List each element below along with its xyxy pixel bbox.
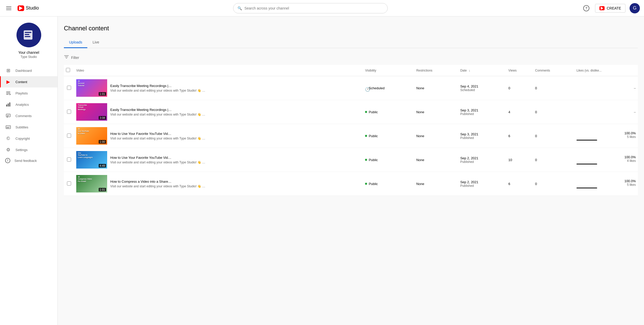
filter-label[interactable]: Filter bbox=[71, 56, 79, 60]
video-cell-inner: 30 Compress Video For Email 1:01 How to … bbox=[76, 175, 361, 192]
visibility-inner: Public bbox=[365, 134, 412, 138]
visibility-inner: Public bbox=[365, 182, 412, 186]
visibility-label: Public bbox=[369, 158, 378, 162]
svg-rect-6 bbox=[6, 94, 9, 95]
row-checkbox-cell bbox=[64, 124, 74, 148]
help-icon: ? bbox=[583, 5, 589, 11]
likes-bar-wrap bbox=[577, 140, 597, 140]
th-select-all[interactable] bbox=[64, 65, 74, 76]
page-title: Channel content bbox=[64, 25, 638, 32]
thumb-duration: 1:01 bbox=[99, 188, 106, 191]
video-title[interactable]: How to Compress a Video into a Share… bbox=[110, 180, 361, 183]
video-desc: Visit our website and start editing your… bbox=[110, 113, 361, 116]
public-dot bbox=[365, 183, 367, 185]
select-all-checkbox[interactable] bbox=[66, 68, 70, 72]
sidebar-item-feedback[interactable]: ! Send feedback bbox=[0, 155, 57, 166]
table-row: 30 Compress Video For Email 1:01 How to … bbox=[64, 172, 638, 196]
th-date[interactable]: Date ↓ bbox=[458, 65, 506, 76]
comments-cell: 0 bbox=[533, 172, 574, 196]
tab-live[interactable]: Live bbox=[87, 37, 104, 48]
date-sub: Published bbox=[460, 160, 504, 164]
svg-rect-1 bbox=[25, 32, 31, 33]
svg-rect-15 bbox=[6, 127, 10, 127]
thumbnail: Transcribe Virtual Meetings 3:08 bbox=[76, 103, 107, 121]
thumbnail-wrap[interactable]: 30 Second Tutorial 1:01 bbox=[76, 79, 107, 97]
table-row: Transcribe Virtual Meetings 3:08 Easily … bbox=[64, 100, 638, 124]
sidebar-item-copyright[interactable]: © Copyright bbox=[0, 133, 57, 144]
thumbnail-wrap[interactable]: 30 Use YouTube to Learn 1:00 bbox=[76, 127, 107, 145]
sidebar-item-analytics[interactable]: Analytics bbox=[0, 99, 57, 110]
row-checkbox-4[interactable] bbox=[67, 181, 71, 186]
th-visibility: Visibility bbox=[363, 65, 414, 76]
row-checkbox-0[interactable] bbox=[67, 86, 71, 90]
logo[interactable]: Studio bbox=[18, 5, 39, 11]
visibility-inner: 🕐 Scheduled bbox=[365, 86, 412, 90]
search-bar: 🔍 bbox=[233, 3, 388, 13]
channel-name: Your channel bbox=[18, 50, 39, 55]
clock-icon: 🕐 bbox=[365, 87, 367, 89]
video-cell-inner: 30 Second Tutorial 1:01 Easily Transcrib… bbox=[76, 79, 361, 97]
comments-cell: 0 bbox=[533, 100, 574, 124]
help-button[interactable]: ? bbox=[582, 4, 591, 13]
thumb-sublabel2: to Learn bbox=[78, 133, 85, 135]
likes-cell: 100.0% 4 likes bbox=[574, 148, 638, 172]
thumb-duration: 4:49 bbox=[99, 164, 106, 168]
thumbnail-wrap[interactable]: Transcribe Virtual Meetings 3:08 bbox=[76, 103, 107, 121]
thumb-sublabel: YouTube to bbox=[78, 154, 87, 156]
date-sub: Published bbox=[460, 112, 504, 116]
video-desc: Visit our website and start editing your… bbox=[110, 185, 361, 188]
search-input[interactable] bbox=[244, 6, 383, 10]
date-cell: Sep 2, 2021 Published bbox=[458, 172, 506, 196]
likes-bar bbox=[577, 188, 597, 188]
sidebar-label-dashboard: Dashboard bbox=[15, 69, 32, 73]
avatar-button[interactable]: G bbox=[630, 3, 640, 13]
hamburger-menu[interactable] bbox=[4, 4, 13, 12]
thumbnail-wrap[interactable]: 30 Compress Video For Email 1:01 bbox=[76, 175, 107, 192]
likes-bar-wrap bbox=[577, 188, 597, 188]
video-title[interactable]: Easily Transcribe Meeting Recordings |… bbox=[110, 84, 361, 88]
row-checkbox-cell bbox=[64, 100, 74, 124]
create-button[interactable]: CREATE bbox=[595, 4, 625, 13]
sidebar-item-content[interactable]: ▶ Content bbox=[0, 76, 57, 87]
visibility-label: Public bbox=[369, 110, 378, 114]
sidebar-item-dashboard[interactable]: ⊞ Dashboard bbox=[0, 65, 57, 76]
tab-uploads[interactable]: Uploads bbox=[64, 37, 87, 48]
row-checkbox-cell bbox=[64, 148, 74, 172]
video-title[interactable]: How to Use Your Favorite YouTube Vid… bbox=[110, 156, 361, 160]
video-title[interactable]: Easily Transcribe Meeting Recordings |… bbox=[110, 108, 361, 112]
sidebar-label-feedback: Send feedback bbox=[14, 159, 37, 163]
svg-rect-4 bbox=[6, 92, 10, 92]
thumb-sublabel: Second bbox=[78, 82, 84, 84]
visibility-cell: Public bbox=[363, 172, 414, 196]
row-checkbox-cell bbox=[64, 172, 74, 196]
thumbnail: 30 Second Tutorial 1:01 bbox=[76, 79, 107, 97]
video-cell: 30 Use YouTube to Learn 1:00 How to Use … bbox=[74, 124, 363, 148]
video-title[interactable]: How to Use Your Favorite YouTube Vid… bbox=[110, 132, 361, 136]
video-cell: Transcribe Virtual Meetings 3:08 Easily … bbox=[74, 100, 363, 124]
likes-pct: 100.0% bbox=[577, 179, 636, 183]
row-checkbox-1[interactable] bbox=[67, 110, 71, 114]
svg-rect-10 bbox=[9, 102, 10, 107]
visibility-label: Scheduled bbox=[369, 86, 384, 90]
content-icon: ▶ bbox=[5, 79, 11, 85]
search-icon: 🔍 bbox=[238, 6, 242, 10]
date-main: Sep 3, 2021 bbox=[460, 132, 504, 136]
table-row: 30 Use YouTube to Learn 1:00 How to Use … bbox=[64, 124, 638, 148]
sidebar-item-subtitles[interactable]: Subtitles bbox=[0, 121, 57, 133]
likes-count: 5 likes bbox=[577, 135, 636, 139]
row-checkbox-2[interactable] bbox=[67, 134, 71, 138]
date-sub: Published bbox=[460, 184, 504, 188]
sidebar-item-playlists[interactable]: Playlists bbox=[0, 87, 57, 99]
sidebar-item-comments[interactable]: Comments bbox=[0, 110, 57, 121]
thumbnail: Use YouTube to Learn Languages 4:49 bbox=[76, 151, 107, 169]
row-checkbox-3[interactable] bbox=[67, 157, 71, 162]
thumbnail-wrap[interactable]: Use YouTube to Learn Languages 4:49 bbox=[76, 151, 107, 169]
table-row: Use YouTube to Learn Languages 4:49 How … bbox=[64, 148, 638, 172]
th-restrictions: Restrictions bbox=[414, 65, 458, 76]
views-cell: 6 bbox=[506, 124, 533, 148]
sidebar-item-settings[interactable]: ⚙ Settings bbox=[0, 144, 57, 155]
channel-subtitle: Type Studio bbox=[21, 55, 37, 59]
th-views: Views bbox=[506, 65, 533, 76]
copyright-icon: © bbox=[5, 135, 11, 142]
video-cell-inner: Transcribe Virtual Meetings 3:08 Easily … bbox=[76, 103, 361, 121]
